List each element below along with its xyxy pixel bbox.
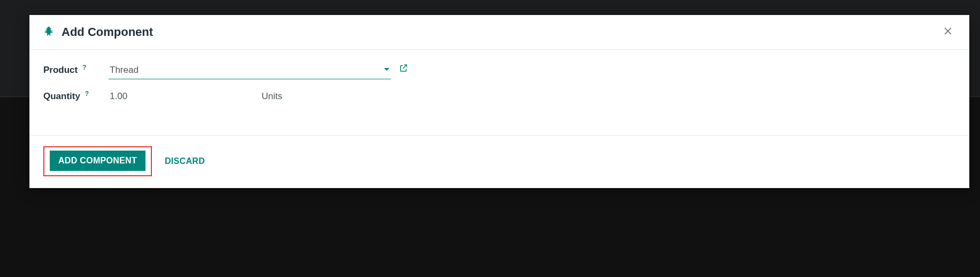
close-icon	[943, 26, 953, 39]
modal-header: Add Component	[29, 15, 969, 50]
back-button[interactable]	[7, 12, 31, 38]
product-help-icon[interactable]: ?	[82, 64, 86, 71]
product-external-link[interactable]	[399, 63, 408, 75]
discard-button[interactable]: DISCARD	[162, 156, 208, 167]
quantity-input[interactable]: 1.00	[109, 89, 262, 104]
product-field-row: Product ? Thread	[43, 63, 955, 79]
svg-line-1	[970, 72, 973, 74]
modal-footer: ADD COMPONENT DISCARD	[29, 135, 969, 188]
external-link-icon	[399, 63, 408, 75]
add-component-button[interactable]: ADD COMPONENT	[50, 151, 146, 171]
quantity-uom[interactable]: Units	[262, 91, 282, 102]
modal-title: Add Component	[62, 25, 940, 39]
chevron-down-icon	[384, 65, 390, 76]
product-label-text: Product	[43, 65, 78, 75]
modal-body: Product ? Thread Quantity ? 1.00 Units	[29, 50, 969, 135]
quantity-label: Quantity ?	[43, 91, 109, 102]
product-value: Thread	[110, 65, 384, 76]
close-button[interactable]	[940, 25, 955, 40]
arrow-left-icon	[13, 18, 25, 32]
product-label: Product ?	[43, 65, 109, 76]
quantity-field-row: Quantity ? 1.00 Units	[43, 89, 955, 104]
quantity-label-text: Quantity	[43, 91, 80, 101]
quantity-help-icon[interactable]: ?	[85, 90, 89, 98]
annotation-highlight: ADD COMPONENT	[43, 146, 152, 176]
bug-icon	[43, 26, 54, 39]
add-component-modal: Add Component Product ? Thread	[29, 15, 969, 188]
product-select[interactable]: Thread	[109, 63, 391, 79]
